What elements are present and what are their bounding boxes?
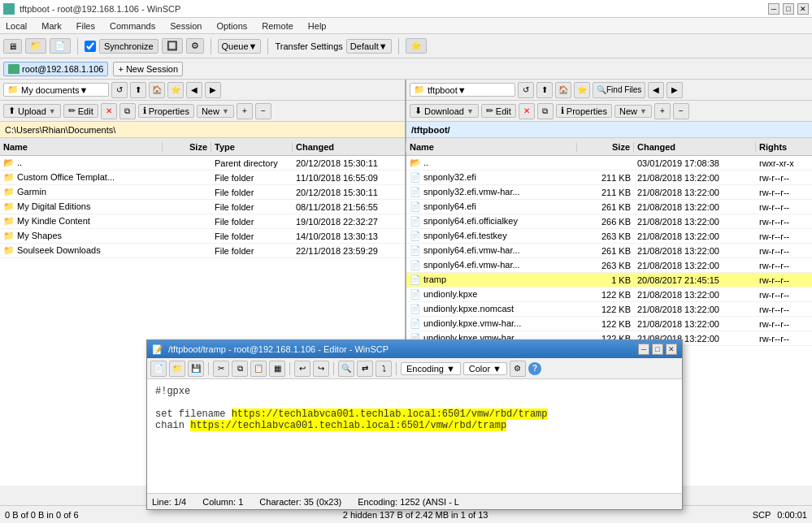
- upload-button[interactable]: ⬆ Upload ▼: [3, 104, 61, 118]
- left-file-row[interactable]: 📁Soulseek Downloads File folder 22/11/20…: [0, 244, 405, 258]
- menu-options[interactable]: Options: [214, 20, 250, 32]
- editor-settings-btn[interactable]: ⚙: [510, 361, 526, 377]
- minimize-button[interactable]: ─: [768, 3, 779, 15]
- left-btn-forward[interactable]: ▶: [205, 82, 221, 98]
- editor-paste-btn[interactable]: 📋: [250, 361, 267, 377]
- profile-dropdown[interactable]: Default ▼: [346, 39, 392, 54]
- right-copy-btn[interactable]: ⧉: [537, 103, 554, 119]
- right-directory-dropdown[interactable]: 📁 tftpboot ▼: [410, 83, 515, 97]
- left-file-row[interactable]: 📂.. Parent directory 20/12/2018 15:30:11: [0, 156, 405, 171]
- right-file-row[interactable]: 📄snponly32.efi.vmw-har... 211 KB 21/08/2…: [406, 185, 812, 200]
- left-file-row[interactable]: 📁My Shapes File folder 14/10/2018 13:30:…: [0, 229, 405, 244]
- right-file-row[interactable]: 📄snponly64.efi.officialkey 266 KB 21/08/…: [406, 214, 812, 229]
- right-edit-button[interactable]: ✏ Edit: [481, 104, 516, 118]
- menu-files[interactable]: Files: [74, 20, 98, 32]
- left-col-size[interactable]: Size: [163, 142, 211, 152]
- editor-copy-btn[interactable]: ⧉: [232, 361, 248, 377]
- right-delete-btn[interactable]: ✕: [519, 103, 535, 119]
- right-properties-button[interactable]: ℹ Properties: [556, 104, 612, 118]
- session-tab[interactable]: root@192.168.1.106: [3, 62, 108, 76]
- left-file-row[interactable]: 📁My Digital Editions File folder 08/11/2…: [0, 200, 405, 214]
- left-directory-dropdown[interactable]: 📁 My documents ▼: [3, 83, 109, 97]
- right-file-row[interactable]: 📄snponly32.efi 211 KB 21/08/2018 13:22:0…: [406, 171, 812, 185]
- synchronize-button[interactable]: Synchronize: [99, 39, 158, 54]
- right-find-btn[interactable]: 🔍 Find Files: [593, 82, 645, 98]
- editor-goto-btn[interactable]: ⤵: [376, 361, 392, 377]
- right-file-row[interactable]: 📄snponly64.efi.testkey 263 KB 21/08/2018…: [406, 229, 812, 244]
- right-file-row[interactable]: 📄tramp 1 KB 20/08/2017 21:45:15 rw-r--r-…: [406, 273, 812, 287]
- queue-dropdown[interactable]: Queue ▼: [218, 39, 262, 54]
- editor-open-btn[interactable]: 📁: [169, 361, 185, 377]
- editor-find-btn[interactable]: 🔍: [338, 361, 354, 377]
- close-button[interactable]: ✕: [797, 3, 809, 15]
- left-file-row[interactable]: 📁Garmin File folder 20/12/2018 15:30:11: [0, 185, 405, 200]
- sync-checkbox[interactable]: [85, 41, 96, 52]
- toolbar-icon-btn-b[interactable]: ⚙: [186, 38, 204, 54]
- right-col-name[interactable]: Name: [406, 142, 577, 152]
- right-btn-back[interactable]: ◀: [648, 82, 664, 98]
- left-col-type[interactable]: Type: [211, 142, 293, 152]
- editor-controls[interactable]: ─ □ ✕: [638, 344, 677, 355]
- editor-cut-btn[interactable]: ✂: [213, 361, 229, 377]
- right-new-button[interactable]: New ▼: [614, 105, 652, 118]
- toolbar-icon-btn-a[interactable]: 🔲: [162, 38, 183, 54]
- maximize-button[interactable]: □: [783, 3, 794, 15]
- left-btn-home[interactable]: 🏠: [149, 82, 165, 98]
- left-btn-back[interactable]: ◀: [186, 82, 202, 98]
- left-copy-btn[interactable]: ⧉: [119, 103, 136, 119]
- editor-help-btn[interactable]: ?: [528, 362, 541, 375]
- menu-remote[interactable]: Remote: [259, 20, 296, 32]
- editor-close[interactable]: ✕: [666, 344, 677, 355]
- download-button[interactable]: ⬇ Download ▼: [410, 104, 479, 118]
- right-col-size[interactable]: Size: [577, 142, 634, 152]
- menu-commands[interactable]: Commands: [107, 20, 158, 32]
- menu-local[interactable]: Local: [3, 20, 29, 32]
- editor-minimize[interactable]: ─: [638, 344, 649, 355]
- editor-undo-btn[interactable]: ↩: [294, 361, 310, 377]
- left-btn-bookmark[interactable]: ⭐: [167, 82, 184, 98]
- left-delete-btn[interactable]: ✕: [101, 103, 117, 119]
- left-col-name[interactable]: Name: [0, 142, 163, 152]
- editor-redo-btn[interactable]: ↪: [313, 361, 329, 377]
- left-btn-up[interactable]: ⬆: [130, 82, 146, 98]
- toolbar-star-btn[interactable]: ⭐: [406, 38, 427, 54]
- right-btn-bookmark[interactable]: ⭐: [574, 82, 590, 98]
- editor-replace-btn[interactable]: ⇄: [357, 361, 373, 377]
- left-properties-button[interactable]: ℹ Properties: [138, 104, 194, 118]
- right-btn-home[interactable]: 🏠: [555, 82, 571, 98]
- left-file-row[interactable]: 📁Custom Office Templat... File folder 11…: [0, 171, 405, 185]
- editor-new-btn[interactable]: 📄: [150, 361, 167, 377]
- menu-help[interactable]: Help: [306, 20, 329, 32]
- left-btn-refresh[interactable]: ↺: [111, 82, 128, 98]
- toolbar-button-1[interactable]: 🖥: [3, 39, 22, 54]
- editor-save-btn[interactable]: 💾: [188, 361, 204, 377]
- right-btn-up[interactable]: ⬆: [536, 82, 553, 98]
- left-edit-button[interactable]: ✏ Edit: [63, 104, 98, 118]
- left-file-row[interactable]: 📁My Kindle Content File folder 19/10/201…: [0, 214, 405, 229]
- editor-content-area[interactable]: #!gpxe set filename https://techlabvca00…: [147, 379, 682, 493]
- left-new-button[interactable]: New ▼: [197, 105, 234, 118]
- right-minus-btn[interactable]: −: [673, 103, 689, 119]
- right-btn-forward[interactable]: ▶: [667, 82, 683, 98]
- right-file-row[interactable]: 📄snponly64.efi 261 KB 21/08/2018 13:22:0…: [406, 200, 812, 214]
- right-file-row[interactable]: 📄snponly64.efi.vmw-har... 261 KB 21/08/2…: [406, 244, 812, 258]
- left-minus-btn[interactable]: −: [255, 103, 271, 119]
- left-plus-btn[interactable]: +: [237, 103, 253, 119]
- right-plus-btn[interactable]: +: [654, 103, 671, 119]
- right-col-changed[interactable]: Changed: [634, 142, 756, 152]
- color-dropdown[interactable]: Color ▼: [463, 362, 507, 375]
- right-file-row[interactable]: 📄undionly.kpxe.nomcast 122 KB 21/08/2018…: [406, 302, 812, 317]
- menu-session[interactable]: Session: [167, 20, 204, 32]
- toolbar-button-3[interactable]: 📄: [50, 38, 71, 54]
- encoding-dropdown[interactable]: Encoding ▼: [401, 362, 461, 375]
- editor-select-all-btn[interactable]: ▦: [269, 361, 285, 377]
- right-file-row[interactable]: 📄undionly.kpxe.vmw-har... 122 KB 21/08/2…: [406, 317, 812, 331]
- right-btn-refresh[interactable]: ↺: [518, 82, 534, 98]
- menu-mark[interactable]: Mark: [39, 20, 63, 32]
- title-bar-controls[interactable]: ─ □ ✕: [768, 3, 809, 15]
- right-file-row[interactable]: 📂.. 03/01/2019 17:08:38 rwxr-xr-x root: [406, 156, 812, 171]
- new-session-button[interactable]: + New Session: [113, 62, 183, 76]
- right-col-rights[interactable]: Rights: [756, 142, 812, 152]
- editor-maximize[interactable]: □: [652, 344, 663, 355]
- toolbar-button-2[interactable]: 📁: [25, 38, 46, 54]
